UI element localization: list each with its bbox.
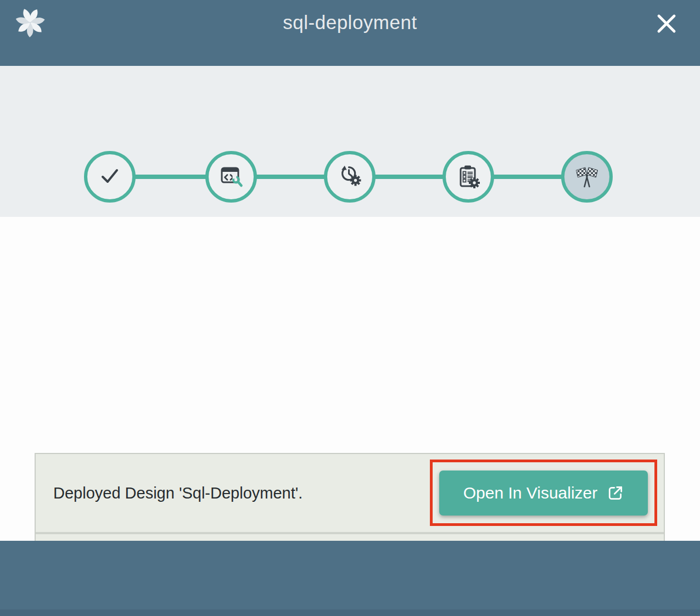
dry-run-history-gear-icon (337, 163, 362, 191)
deployment-dialog: sql-deployment (0, 0, 700, 616)
stepper-connector (134, 175, 207, 179)
code-wrench-icon (219, 163, 244, 191)
step-identify-environments[interactable] (205, 151, 257, 203)
dialog-title: sql-deployment (0, 12, 700, 33)
results-panel: Deployed Design 'Sql-Deployment'. ? Depl… (0, 217, 700, 541)
dialog-header: sql-deployment (0, 0, 700, 66)
stepper-connector (492, 175, 563, 179)
step-finalize-deployment[interactable] (443, 151, 494, 203)
step-dry-run[interactable] (324, 151, 376, 203)
check-icon (98, 164, 122, 190)
close-icon[interactable] (655, 12, 678, 35)
dialog-footer: Back Finish (0, 541, 700, 609)
finish-flags-icon (574, 163, 600, 191)
deployed-design-message: Deployed Design 'Sql-Deployment'. (53, 484, 303, 502)
clipboard-gear-icon (456, 163, 481, 191)
stepper-connector (255, 175, 326, 179)
deployment-stepper: Validate Design Identify Environments Dr… (0, 66, 700, 217)
step-finish[interactable] (561, 151, 613, 203)
step-validate-design[interactable] (84, 151, 136, 203)
stepper-connector (374, 175, 444, 179)
annotation-highlight-visualizer (430, 460, 657, 526)
background-strip (0, 609, 700, 616)
